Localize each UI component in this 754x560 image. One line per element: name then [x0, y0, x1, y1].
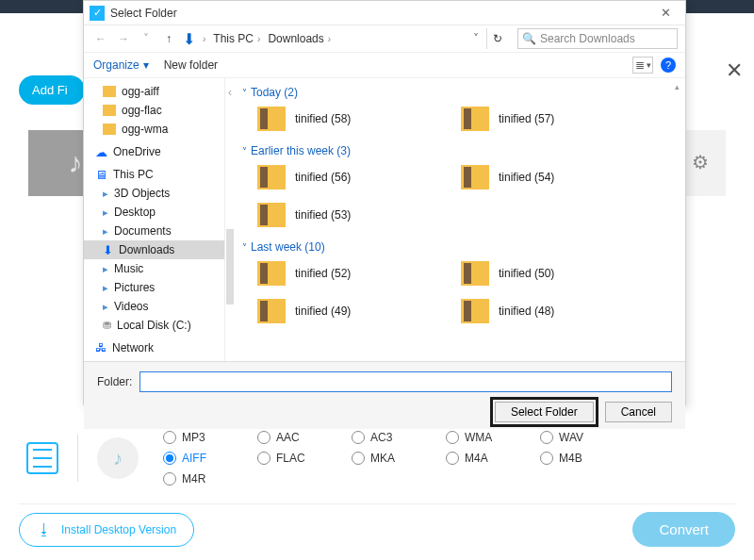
close-icon[interactable]: ✕	[726, 58, 743, 83]
radio-icon	[352, 431, 365, 444]
format-bar: ♪ MP3AACAC3WMAWAVAIFFFLACMKAM4AM4BM4R	[26, 430, 728, 486]
format-option-flac[interactable]: FLAC	[257, 452, 325, 465]
format-option-aiff[interactable]: AIFF	[163, 452, 231, 465]
radio-icon	[540, 452, 553, 465]
titlebar: ✓ Select Folder ✕	[84, 1, 685, 25]
folder-item[interactable]: tinified (56)	[257, 165, 446, 189]
format-option-ac3[interactable]: AC3	[352, 431, 419, 444]
nav-forward-icon[interactable]: →	[114, 29, 133, 48]
music-note-icon: ♪	[69, 147, 83, 179]
nav-back-icon[interactable]: ←	[91, 29, 110, 48]
install-desktop-button[interactable]: ⭳ Install Desktop Version	[19, 513, 194, 547]
format-option-mp3[interactable]: MP3	[163, 431, 231, 444]
select-folder-button[interactable]: Select Folder	[495, 402, 594, 422]
refresh-icon[interactable]: ↻	[486, 28, 507, 49]
folder-item[interactable]: tinified (52)	[257, 261, 446, 286]
folder-label: Folder:	[97, 375, 132, 388]
video-mode-icon[interactable]	[26, 442, 58, 474]
tree-item[interactable]: ⛃Local Disk (C:)	[84, 316, 224, 335]
cancel-button[interactable]: Cancel	[605, 402, 672, 422]
format-option-m4b[interactable]: M4B	[540, 452, 608, 465]
organize-menu[interactable]: Organize ▾	[93, 58, 149, 72]
tree-item[interactable]: ogg-flac	[84, 101, 224, 120]
toolbar: Organize ▾ New folder ≣▾ ?	[84, 52, 685, 78]
folder-name-input[interactable]	[139, 371, 672, 392]
folder-icon	[461, 299, 489, 323]
tree-item[interactable]: ▸Documents	[84, 222, 224, 240]
breadcrumb-seg[interactable]: Downloads›	[264, 28, 335, 49]
breadcrumb[interactable]: ⬇ › This PC› Downloads› ˅ ↻	[182, 28, 508, 49]
radio-icon	[540, 431, 553, 444]
tree-item[interactable]: ▸Desktop	[84, 203, 224, 222]
search-input[interactable]: 🔍 Search Downloads	[517, 28, 678, 49]
group-header[interactable]: ˅ Last week (10)	[242, 240, 678, 254]
audio-mode-icon[interactable]: ♪	[97, 437, 139, 479]
folder-item[interactable]: tinified (57)	[461, 107, 649, 131]
window-close-icon[interactable]: ✕	[651, 6, 680, 20]
folder-icon	[257, 107, 286, 131]
add-files-button[interactable]: Add Fi	[19, 75, 85, 105]
tree-item[interactable]: ▸Pictures	[84, 278, 224, 297]
folder-icon	[257, 299, 286, 323]
format-option-m4a[interactable]: M4A	[446, 452, 514, 465]
breadcrumb-seg[interactable]: ›	[195, 28, 209, 49]
folder-icon	[257, 203, 286, 227]
search-icon: 🔍	[522, 32, 536, 45]
new-folder-button[interactable]: New folder	[164, 58, 218, 72]
tree-item[interactable]: ogg-aiff	[84, 82, 224, 101]
chevron-down-icon: ▾	[143, 58, 149, 72]
tree-item[interactable]: ▸Videos	[84, 297, 224, 316]
tree-item[interactable]: ▸Music	[84, 259, 224, 278]
scroll-up-icon[interactable]: ▴	[670, 82, 683, 101]
radio-icon	[446, 431, 459, 444]
chevron-down-icon: ˅	[242, 242, 247, 253]
path-dropdown-icon[interactable]: ˅	[473, 32, 479, 45]
gear-icon[interactable]: ⚙	[692, 151, 709, 173]
folder-item[interactable]: tinified (58)	[257, 107, 446, 131]
radio-icon	[257, 431, 270, 444]
breadcrumb-seg[interactable]: This PC›	[209, 28, 264, 49]
nav-history-icon[interactable]: ˅	[137, 29, 156, 48]
folder-item[interactable]: tinified (49)	[257, 299, 446, 323]
format-option-wav[interactable]: WAV	[540, 431, 608, 444]
tree-item[interactable]: 🖧Network	[84, 338, 224, 357]
folder-item[interactable]: tinified (53)	[257, 203, 446, 227]
folder-item[interactable]: tinified (48)	[461, 299, 649, 323]
view-options-button[interactable]: ≣▾	[632, 57, 653, 74]
radio-icon	[257, 452, 270, 465]
folder-item[interactable]: tinified (50)	[461, 261, 649, 286]
tree-item[interactable]: ⬇Downloads	[84, 240, 224, 259]
radio-icon	[163, 452, 176, 465]
format-option-wma[interactable]: WMA	[446, 431, 514, 444]
tree-item[interactable]: ogg-wma	[84, 120, 224, 139]
folder-icon	[257, 261, 286, 286]
select-folder-dialog: ✓ Select Folder ✕ ← → ˅ ↑ ⬇ › This PC› D…	[83, 0, 686, 405]
tree-item[interactable]: ▸3D Objects	[84, 184, 224, 203]
nav-up-icon[interactable]: ↑	[159, 29, 178, 48]
folder-icon	[461, 107, 489, 131]
download-icon: ⭳	[37, 521, 52, 538]
splitter[interactable]: ‹	[225, 78, 235, 361]
folder-content[interactable]: ˅ Today (2)tinified (58)tinified (57)˅ E…	[235, 78, 685, 361]
scrollbar-thumb[interactable]	[226, 229, 234, 305]
divider	[77, 435, 78, 482]
dialog-title: Select Folder	[110, 7, 651, 20]
folder-tree[interactable]: ogg-aiffogg-flacogg-wma☁OneDrive🖥This PC…	[84, 78, 225, 361]
chevron-down-icon: ˅	[242, 88, 247, 98]
help-icon[interactable]: ?	[661, 58, 676, 73]
format-option-mka[interactable]: MKA	[352, 452, 419, 465]
group-header[interactable]: ˅ Today (2)	[242, 86, 678, 99]
tree-item[interactable]: ☁OneDrive	[84, 142, 224, 161]
folder-icon	[257, 165, 286, 189]
bottom-bar: ⭳ Install Desktop Version Convert	[19, 503, 735, 541]
tree-item[interactable]: 🖥This PC	[84, 165, 224, 184]
format-option-aac[interactable]: AAC	[257, 431, 325, 444]
nav-row: ← → ˅ ↑ ⬇ › This PC› Downloads› ˅ ↻ 🔍 Se…	[84, 25, 685, 52]
folder-item[interactable]: tinified (54)	[461, 165, 649, 189]
search-placeholder: Search Downloads	[540, 32, 635, 45]
convert-button[interactable]: Convert	[632, 512, 735, 547]
format-option-m4r[interactable]: M4R	[163, 472, 231, 486]
down-arrow-icon: ⬇	[183, 30, 195, 48]
radio-icon	[446, 452, 459, 465]
group-header[interactable]: ˅ Earlier this week (3)	[242, 144, 678, 157]
